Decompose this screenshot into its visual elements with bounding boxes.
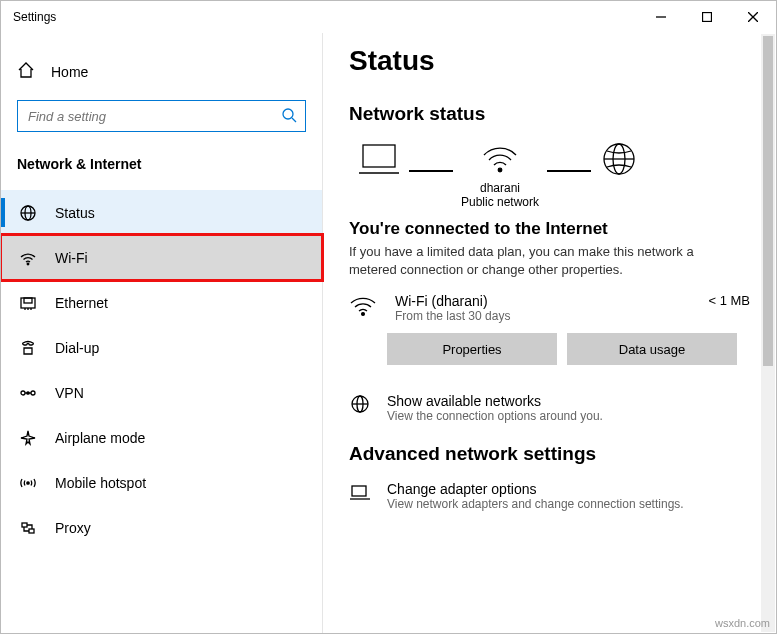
show-networks-sub: View the connection options around you. (387, 409, 603, 423)
svg-point-18 (27, 391, 29, 393)
adapter-sub: View network adapters and change connect… (387, 497, 684, 511)
search-icon (281, 107, 297, 126)
wifi-name: Wi-Fi (dharani) (395, 293, 690, 309)
diagram-line (547, 170, 591, 172)
svg-point-16 (31, 391, 35, 395)
sidebar-item-ethernet[interactable]: Ethernet (1, 280, 322, 325)
sidebar: Home Network & Internet Status (1, 33, 323, 633)
globe-small-icon (349, 393, 371, 418)
status-diagram: dharani Public network (349, 141, 750, 209)
svg-point-19 (27, 481, 29, 483)
home-button[interactable]: Home (1, 53, 322, 90)
properties-button[interactable]: Properties (387, 333, 557, 365)
svg-rect-21 (29, 529, 34, 533)
svg-point-28 (362, 313, 365, 316)
svg-rect-20 (22, 523, 27, 527)
proxy-icon (19, 519, 37, 537)
sidebar-nav: Status Wi-Fi Ethernet (1, 190, 322, 550)
settings-window: Settings Home (0, 0, 777, 634)
sidebar-item-hotspot[interactable]: Mobile hotspot (1, 460, 322, 505)
maximize-button[interactable] (684, 1, 730, 33)
wifi-icon (19, 249, 37, 267)
sidebar-item-label: Status (55, 205, 95, 221)
wifi-buttons: Properties Data usage (387, 333, 750, 365)
minimize-button[interactable] (638, 1, 684, 33)
wifi-info: Wi-Fi (dharani) From the last 30 days (395, 293, 690, 323)
sidebar-item-dialup[interactable]: Dial-up (1, 325, 322, 370)
sidebar-item-airplane[interactable]: Airplane mode (1, 415, 322, 460)
wifi-usage: < 1 MB (708, 293, 750, 308)
connected-desc: If you have a limited data plan, you can… (349, 243, 729, 279)
dialup-icon (19, 339, 37, 357)
diagram-line (409, 170, 453, 172)
svg-point-15 (21, 391, 25, 395)
adapter-icon (349, 481, 371, 506)
diagram-pc (357, 141, 401, 209)
wifi-signal-icon (349, 293, 377, 322)
data-usage-button[interactable]: Data usage (567, 333, 737, 365)
sidebar-item-label: Wi-Fi (55, 250, 88, 266)
pc-icon (357, 141, 401, 177)
svg-rect-32 (352, 486, 366, 496)
connected-title: You're connected to the Internet (349, 219, 750, 239)
scroll-thumb[interactable] (763, 36, 773, 366)
adapter-title: Change adapter options (387, 481, 684, 497)
home-icon (17, 61, 35, 82)
wifi-info-row: Wi-Fi (dharani) From the last 30 days < … (349, 293, 750, 323)
sidebar-item-wifi[interactable]: Wi-Fi (1, 235, 322, 280)
status-icon (19, 204, 37, 222)
sidebar-item-label: VPN (55, 385, 84, 401)
ethernet-icon (19, 294, 37, 312)
vpn-icon (19, 384, 37, 402)
adapter-options-link[interactable]: Change adapter options View network adap… (349, 481, 750, 511)
sidebar-item-proxy[interactable]: Proxy (1, 505, 322, 550)
diagram-net-type: Public network (461, 195, 539, 209)
sidebar-item-label: Proxy (55, 520, 91, 536)
show-networks-link[interactable]: Show available networks View the connect… (349, 393, 750, 423)
diagram-wifi: dharani Public network (461, 141, 539, 209)
window-controls (638, 1, 776, 33)
wifi-period: From the last 30 days (395, 309, 690, 323)
globe-icon (599, 141, 639, 177)
sidebar-item-status[interactable]: Status (1, 190, 322, 235)
svg-line-5 (292, 118, 296, 122)
sidebar-item-label: Ethernet (55, 295, 108, 311)
svg-rect-11 (24, 298, 32, 303)
svg-point-24 (498, 168, 502, 172)
svg-rect-22 (363, 145, 395, 167)
titlebar: Settings (1, 1, 776, 33)
sidebar-section-header: Network & Internet (1, 152, 322, 190)
show-networks-title: Show available networks (387, 393, 603, 409)
window-title: Settings (13, 10, 56, 24)
network-status-header: Network status (349, 103, 750, 125)
svg-point-4 (283, 109, 293, 119)
close-button[interactable] (730, 1, 776, 33)
diagram-globe (599, 141, 639, 209)
sidebar-item-label: Mobile hotspot (55, 475, 146, 491)
search-input[interactable] (17, 100, 306, 132)
wifi-large-icon (480, 141, 520, 177)
window-body: Home Network & Internet Status (1, 33, 776, 633)
hotspot-icon (19, 474, 37, 492)
sidebar-item-vpn[interactable]: VPN (1, 370, 322, 415)
search-container (17, 100, 306, 132)
sidebar-item-label: Dial-up (55, 340, 99, 356)
svg-point-9 (27, 263, 29, 265)
advanced-header: Advanced network settings (349, 443, 750, 465)
home-label: Home (51, 64, 88, 80)
sidebar-item-label: Airplane mode (55, 430, 145, 446)
diagram-ssid: dharani (461, 181, 539, 195)
watermark: wsxdn.com (715, 617, 770, 629)
airplane-icon (19, 429, 37, 447)
page-title: Status (349, 45, 750, 77)
scrollbar[interactable] (761, 34, 775, 632)
main-content: Status Network status dharani Public net… (323, 33, 776, 633)
search-field[interactable] (26, 108, 281, 125)
svg-rect-1 (703, 13, 712, 22)
